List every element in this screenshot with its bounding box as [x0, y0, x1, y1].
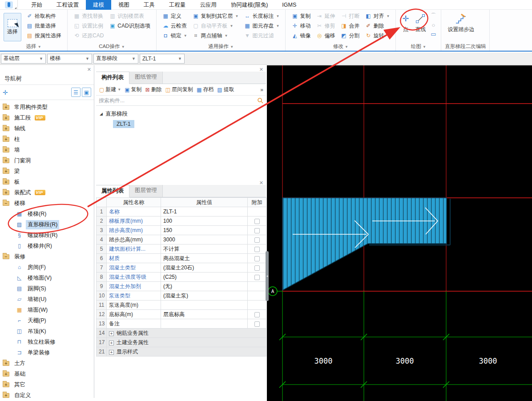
ribbon-item-删除[interactable]: ✐删除 — [363, 21, 392, 31]
menu-tab-6[interactable]: 云应用 — [193, 0, 224, 10]
property-row-6[interactable]: 6材质商品混凝土 — [97, 254, 266, 263]
property-row-12[interactable]: 12底标高(m)层底标高 — [97, 310, 266, 319]
property-row-4[interactable]: 4踏步总高(mm)3000 — [97, 235, 266, 245]
sidebar-item-墙[interactable]: +墙 — [0, 144, 94, 155]
sidebar-item-独立柱装修[interactable]: ⊓独立柱装修 — [0, 337, 94, 347]
folder-closed-icon[interactable]: + — [3, 180, 9, 184]
ribbon-item-云检查[interactable]: ☁云检查 — [160, 21, 189, 31]
property-value[interactable]: (无) — [161, 282, 248, 291]
property-value[interactable]: 3000 — [161, 235, 248, 245]
folder-closed-icon[interactable]: + — [3, 361, 9, 366]
folder-closed-icon[interactable]: + — [3, 158, 9, 163]
comp-toolbar-提取[interactable]: ▧提取 — [216, 86, 235, 93]
property-value[interactable]: (C25) — [161, 273, 248, 282]
sidebar-item-其它[interactable]: +其它 — [0, 379, 94, 390]
property-row-7[interactable]: 7混凝土类型(混凝土20石) — [97, 263, 266, 273]
folder-closed-icon[interactable]: + — [3, 372, 9, 377]
checkbox[interactable] — [254, 219, 260, 224]
ribbon-item-两点辅轴[interactable]: ⌗两点辅轴▼ — [190, 31, 241, 40]
folder-closed-icon[interactable]: + — [3, 105, 9, 110]
expand-plus-icon[interactable]: + — [109, 350, 114, 355]
property-value[interactable]: 层底标高 — [161, 310, 248, 319]
ribbon-item-合并[interactable]: ◨合并 — [338, 21, 362, 31]
property-value[interactable]: (混凝土20石) — [161, 263, 248, 273]
sidebar-item-装配式[interactable]: +装配式VIP — [0, 187, 94, 198]
comp-toolbar-层间复制[interactable]: ◫层间复制 — [164, 86, 194, 93]
ribbon-item-对齐[interactable]: ◧对齐▼ — [363, 11, 392, 21]
app-menu-button[interactable] — [0, 0, 18, 9]
menu-tab-4[interactable]: 工具 — [137, 0, 162, 10]
sidebar-item-梁[interactable]: +梁 — [0, 166, 94, 176]
ribbon-item-镜像[interactable]: ◭镜像 — [289, 31, 313, 40]
comp-toolbar-复制[interactable]: ▣复制 — [123, 86, 143, 93]
property-row-17[interactable]: 17+土建业务属性 — [97, 338, 266, 347]
tab-property-list[interactable]: 属性列表 — [96, 185, 129, 197]
sidebar-item-踢脚(S)[interactable]: ▤踢脚(S) — [0, 283, 94, 294]
checkbox[interactable] — [254, 237, 260, 243]
search-input[interactable]: 搜索构件... — [99, 97, 257, 104]
property-value[interactable]: 商品混凝土 — [161, 254, 248, 263]
menu-tab-0[interactable]: 开始 — [24, 0, 49, 10]
ribbon-item-复制到其它层[interactable]: ▣复制到其它层▼ — [190, 11, 241, 21]
ribbon-item-CAD识别选项[interactable]: ▣CAD识别选项 — [107, 21, 152, 31]
ribbon-item-图元存盘[interactable]: ▦图元存盘▼ — [242, 21, 282, 31]
sidebar-item-墙裙(U)[interactable]: ▱墙裙(U) — [0, 294, 94, 305]
component-select[interactable]: ZLT-1▼ — [140, 54, 185, 64]
folder-open-icon[interactable]: − — [3, 254, 9, 259]
property-row-5[interactable]: 5建筑面积计算...不计算 — [97, 245, 266, 254]
property-value[interactable]: ZLT-1 — [161, 207, 248, 217]
ribbon-group-label[interactable]: 直形梯段二次编辑 — [445, 43, 486, 51]
sidebar-item-吊顶(K)[interactable]: ◫吊顶(K) — [0, 326, 94, 337]
property-value[interactable] — [161, 319, 248, 329]
sidebar-item-楼梯井(R)[interactable]: ▯楼梯井(R) — [0, 241, 94, 251]
ribbon-item-旋转[interactable]: ↻旋转 — [363, 31, 392, 40]
checkbox[interactable] — [254, 312, 260, 317]
property-value[interactable]: 不计算 — [161, 245, 248, 254]
folder-closed-icon[interactable]: + — [3, 393, 9, 398]
ribbon-item-拾取构件[interactable]: ✐拾取构件 — [24, 11, 64, 21]
element-type-select[interactable]: 直形梯段▼ — [93, 54, 138, 64]
sidebar-item-直形梯段(R)[interactable]: ▨直形梯段(R) — [0, 219, 94, 230]
list-view-icon[interactable]: ☰ — [71, 88, 81, 97]
tab-drawing-management[interactable]: 图纸管理 — [129, 72, 163, 84]
ribbon-group-label[interactable]: 选择 ▼ — [4, 43, 64, 51]
expand-plus-icon[interactable]: + — [109, 331, 114, 336]
sidebar-item-楼梯(R)[interactable]: ▦楼梯(R) — [0, 209, 94, 219]
tab-component-list[interactable]: 构件列表 — [96, 72, 129, 84]
ribbon-group-label[interactable]: 通用操作 ▼ — [160, 43, 282, 51]
draw-tool-直线[interactable]: 直线 — [412, 11, 428, 43]
ribbon-item-锁定[interactable]: ◘锁定▼ — [160, 31, 189, 40]
close-icon[interactable]: ✕ — [259, 180, 263, 186]
ribbon-item-长度标注[interactable]: ↔长度标注▼ — [242, 11, 282, 21]
property-group-name[interactable]: +显示样式 — [107, 347, 266, 357]
menu-tab-8[interactable]: IGMS — [275, 0, 303, 10]
checkbox[interactable] — [254, 321, 260, 327]
menu-tab-5[interactable]: 工程量 — [162, 0, 193, 10]
property-row-2[interactable]: 2梯板厚度(mm)100 — [97, 217, 266, 226]
ribbon-item-按属性选择[interactable]: ▤按属性选择 — [24, 31, 64, 40]
folder-closed-icon[interactable]: + — [3, 190, 9, 195]
tab-layer-management[interactable]: 图层管理 — [129, 185, 163, 197]
sidebar-item-墙面(W)[interactable]: ▦墙面(W) — [0, 305, 94, 315]
draw-tool-设置踏步边[interactable]: 设置踏步边 — [445, 11, 477, 43]
sidebar-item-装修[interactable]: −装修 — [0, 251, 94, 262]
stair-flight-element[interactable] — [282, 198, 447, 290]
sidebar-item-轴线[interactable]: +轴线 — [0, 123, 94, 134]
component-item-zlt1[interactable]: ZLT-1 — [113, 119, 266, 129]
menu-tab-1[interactable]: 工程设置 — [49, 0, 86, 10]
floor-select[interactable]: 基础层▼ — [1, 54, 46, 64]
checkbox[interactable] — [254, 247, 260, 252]
sidebar-item-单梁装修[interactable]: ⊐单梁装修 — [0, 347, 94, 358]
sidebar-item-天棚(P)[interactable]: ⌐天棚(P) — [0, 315, 94, 326]
comp-toolbar-新建[interactable]: ▢新建▼ — [98, 86, 122, 93]
sidebar-item-楼地面(V)[interactable]: ◺楼地面(V) — [0, 273, 94, 283]
folder-closed-icon[interactable]: + — [3, 126, 9, 131]
circle-icon[interactable]: ○ — [429, 21, 437, 29]
ribbon-group-label[interactable]: 绘图 ▼ — [399, 43, 437, 51]
property-value[interactable]: (混凝土泵) — [161, 291, 248, 301]
ribbon-item-定义[interactable]: ▦定义 — [160, 11, 189, 21]
ribbon-item-复制[interactable]: ▣复制 — [289, 11, 313, 21]
property-value[interactable] — [161, 301, 248, 310]
property-group-name[interactable]: +钢筋业务属性 — [107, 329, 266, 338]
folder-closed-icon[interactable]: + — [3, 137, 9, 142]
